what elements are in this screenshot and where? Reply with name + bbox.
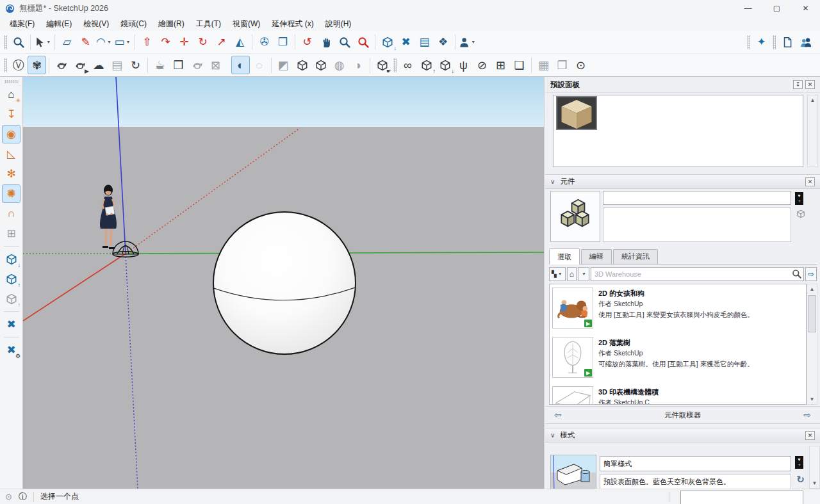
grid-fill-button[interactable]: ⊞ xyxy=(491,56,510,74)
printer-thumbnail[interactable] xyxy=(552,386,593,405)
asset-editor-button[interactable]: ✾ xyxy=(28,56,46,74)
3d-warehouse-button[interactable]: ↓ xyxy=(378,33,397,51)
toolbar-grip[interactable] xyxy=(4,80,19,83)
components-scrollbar[interactable]: ▲ ▼ xyxy=(807,284,817,405)
in-model-components-icon[interactable] xyxy=(795,209,806,221)
viewport-render-button[interactable] xyxy=(188,56,206,74)
new-model-button[interactable] xyxy=(778,33,796,51)
scroll-up-icon[interactable]: ▲ xyxy=(807,284,817,294)
search-tool-button[interactable] xyxy=(9,33,28,51)
pin-icon[interactable]: ↧ xyxy=(793,80,803,89)
refresh-render-button[interactable]: ↻ xyxy=(126,56,145,74)
texture-sphere-b-button[interactable]: ◑ xyxy=(348,56,367,74)
menu-draw[interactable]: 繪圖(R) xyxy=(152,17,190,31)
decal-button[interactable]: ❏ xyxy=(510,56,529,74)
eraser-tool-button[interactable]: ▱ xyxy=(58,33,76,51)
render-interactive-button[interactable]: ▶ xyxy=(70,56,89,74)
zoom-extents-tool-button[interactable] xyxy=(354,33,372,51)
model-viewport[interactable] xyxy=(23,77,544,489)
zoom-tool-button[interactable] xyxy=(335,33,354,51)
styles-section-header[interactable]: ∨ 樣式 ✕ xyxy=(545,428,820,443)
menu-window[interactable]: 視窗(W) xyxy=(227,17,266,31)
menu-camera[interactable]: 鏡頭(C) xyxy=(115,17,152,31)
collaboration-button[interactable] xyxy=(796,33,815,51)
maximize-button[interactable]: ▢ xyxy=(762,0,791,17)
tab-statistics[interactable]: 統計資訊 xyxy=(613,249,658,264)
visibility-pages-button[interactable]: ⊙ xyxy=(571,56,590,74)
render-cloud-button[interactable]: ☁ xyxy=(89,56,108,74)
warehouse-upload-button[interactable]: ↑ xyxy=(2,270,20,288)
menu-tools[interactable]: 工具(T) xyxy=(190,17,227,31)
sphere-model[interactable] xyxy=(213,211,356,355)
rotate-tool-button[interactable]: ↻ xyxy=(193,33,212,51)
pick-object-button[interactable]: ☛ xyxy=(373,56,391,74)
previous-arrow-icon[interactable]: ⇦ xyxy=(554,410,562,420)
next-page-button[interactable]: ⇨ xyxy=(805,267,817,281)
export-proxy-button[interactable]: ↑ xyxy=(417,56,436,74)
component-name-field[interactable] xyxy=(603,191,791,205)
toolbar-grip[interactable] xyxy=(4,35,7,49)
file-light-manager-button[interactable]: ⌂✳ xyxy=(2,85,20,104)
material-thumbnail[interactable] xyxy=(556,96,597,130)
scroll-down-icon[interactable]: ▼ xyxy=(807,394,817,404)
clipper-button[interactable]: ∞ xyxy=(398,56,417,74)
render-button[interactable] xyxy=(52,56,70,74)
scrollbar-thumb[interactable] xyxy=(808,295,816,332)
import-proxy-button[interactable]: ↓ xyxy=(436,56,454,74)
spot-light-button[interactable]: ◺ xyxy=(2,145,20,163)
scroll-up-icon[interactable]: ▲ xyxy=(808,95,817,105)
menu-file[interactable]: 檔案(F) xyxy=(4,17,40,31)
tree-thumbnail[interactable]: ▶ xyxy=(552,337,593,378)
info-icon[interactable]: ⓘ xyxy=(19,491,27,503)
component-list-item[interactable]: ▶2D 落葉樹作者 SketchUp可縮放的落葉樹。使用 [互動工具] 來獲悉它… xyxy=(550,334,806,383)
rectangle-tool-button[interactable]: ▭▾ xyxy=(113,33,132,51)
component-list-item[interactable]: ▶2D 的女孩和狗作者 SketchUp使用 [互動工具] 來變更女孩衣服與小狗… xyxy=(550,284,806,334)
send-to-layout-button[interactable]: ▤ xyxy=(415,33,434,51)
collections-dropdown-button[interactable]: ▾ xyxy=(578,267,589,281)
scroll-down-icon[interactable]: ▼ xyxy=(810,478,819,488)
components-close-icon[interactable]: ✕ xyxy=(805,177,815,186)
secondary-pane-icon[interactable]: ▼＋ xyxy=(795,192,806,205)
lock-camera-button[interactable]: ⊠ xyxy=(206,56,225,74)
rectangle-light-button[interactable]: ↧ xyxy=(2,105,20,124)
account-button[interactable]: ▾ xyxy=(458,33,477,51)
texture-cube-a-button[interactable] xyxy=(293,56,311,74)
two-tone-sphere-button[interactable]: ◐ xyxy=(231,56,250,74)
arc-tool-button[interactable]: ◠▾ xyxy=(95,33,113,51)
styles-close-icon[interactable]: ✕ xyxy=(805,431,815,440)
component-description-field[interactable] xyxy=(603,207,791,242)
follow-me-tool-button[interactable]: ↷ xyxy=(156,33,175,51)
extension-warehouse-side-button[interactable]: ✖ xyxy=(2,315,20,334)
materials-scrollbar[interactable]: ▲ xyxy=(807,95,818,167)
scale-tool-button[interactable]: ↗ xyxy=(212,33,231,51)
sphere-light-button[interactable]: ◉ xyxy=(2,125,20,143)
match-photo-button[interactable]: ❖ xyxy=(434,33,452,51)
toolbar-grip[interactable] xyxy=(4,58,7,72)
menu-help[interactable]: 說明(H) xyxy=(320,17,357,31)
ai-assistant-button[interactable]: ✦ xyxy=(752,33,771,51)
ies-light-button[interactable]: ✻ xyxy=(2,165,20,183)
view-options-button[interactable]: ▚▾ xyxy=(549,267,566,281)
tab-select[interactable]: 選取 xyxy=(549,248,580,264)
texture-sphere-a-button[interactable]: ◍ xyxy=(330,56,348,74)
search-icon[interactable] xyxy=(792,269,801,279)
frame-window-button[interactable]: ❐ xyxy=(169,56,188,74)
component-preview[interactable] xyxy=(550,191,600,242)
tape-measure-tool-button[interactable]: ✇ xyxy=(255,33,274,51)
move-tool-button[interactable]: ✛ xyxy=(175,33,193,51)
warehouse-search-input[interactable] xyxy=(591,267,804,281)
style-preview[interactable] xyxy=(550,455,596,493)
dome-light-button[interactable]: ∩ xyxy=(2,204,20,223)
omni-light-button[interactable]: ✺ xyxy=(2,184,20,203)
mesh-light-button[interactable]: ⊞ xyxy=(2,224,20,243)
person-component[interactable] xyxy=(100,185,117,250)
minimize-button[interactable]: — xyxy=(734,0,762,17)
close-button[interactable]: ✕ xyxy=(791,0,820,17)
orbit-tool-button[interactable]: ↺ xyxy=(298,33,316,51)
tab-edit[interactable]: 編輯 xyxy=(581,249,612,264)
batch-pages-button[interactable]: ❐ xyxy=(553,56,571,74)
flip-tool-button[interactable]: ◭ xyxy=(231,33,249,51)
paint-bucket-tool-button[interactable]: ❒ xyxy=(274,33,292,51)
progressive-render-button[interactable]: ☕ xyxy=(151,56,169,74)
menu-edit[interactable]: 編輯(E) xyxy=(40,17,78,31)
